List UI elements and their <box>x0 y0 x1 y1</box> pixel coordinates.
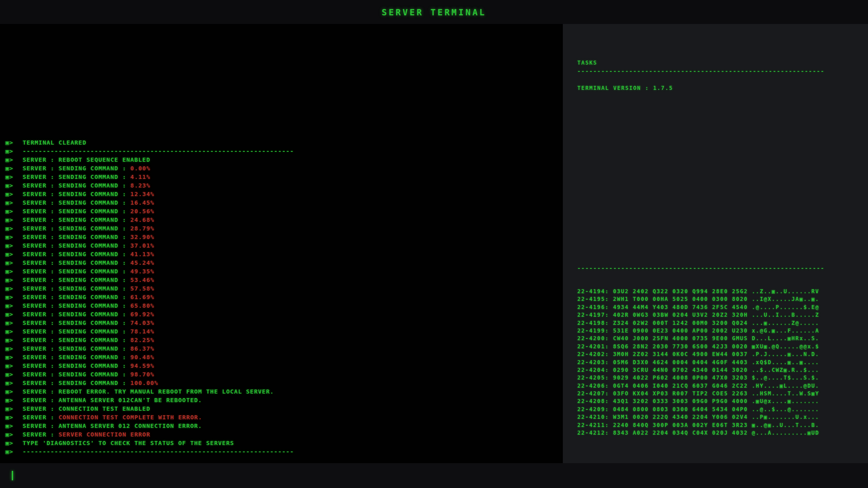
prompt-symbol: ▣> <box>5 301 23 310</box>
server-terminal-app: SERVER TERMINAL ▣>TERMINAL CLEARED▣>----… <box>0 0 868 488</box>
terminal-text-segment: SERVER : SENDING COMMAND : <box>23 174 130 180</box>
terminal-line: ▣>SERVER : SENDING COMMAND : 16.45% <box>5 198 294 207</box>
terminal-line: ▣>SERVER : SENDING COMMAND : 53.46% <box>5 276 294 284</box>
terminal-line: ▣>SERVER : SENDING COMMAND : 57.58% <box>5 284 294 293</box>
terminal-text-segment: SERVER : <box>23 414 58 421</box>
terminal-text-segment: 0.00% <box>130 165 150 172</box>
prompt-symbol: ▣> <box>5 353 23 361</box>
prompt-symbol: ▣> <box>5 387 23 396</box>
hex-dump-row: 22-4206: 0GT4 0406 I040 21CQ 6037 G046 2… <box>577 382 868 390</box>
terminal-text-segment: 8.23% <box>130 182 150 189</box>
terminal-line: ▣>SERVER : SENDING COMMAND : 65.80% <box>5 301 294 310</box>
prompt-symbol: ▣> <box>5 190 23 198</box>
terminal-text-segment: SERVER : SENDING COMMAND : <box>23 380 130 386</box>
terminal-version-label: TERMINAL VERSION : 1.7.5 <box>577 84 868 92</box>
page-title: SERVER TERMINAL <box>382 7 486 17</box>
prompt-symbol: ▣> <box>5 370 23 379</box>
hex-dump-row: 22-4210: W3M1 0020 222Q 4340 2204 Y006 0… <box>577 413 868 421</box>
terminal-line: ▣>SERVER : SENDING COMMAND : 4.11% <box>5 173 294 181</box>
terminal-text-segment: 12.34% <box>130 191 154 197</box>
terminal-line: ▣>SERVER : SENDING COMMAND : 8.23% <box>5 181 294 190</box>
prompt-symbol: ▣> <box>5 207 23 216</box>
terminal-text-segment: 4.11% <box>130 174 150 180</box>
terminal-text-segment: 32.90% <box>130 234 154 240</box>
terminal-output-panel[interactable]: ▣>TERMINAL CLEARED▣>--------------------… <box>0 24 563 463</box>
prompt-symbol: ▣> <box>5 224 23 233</box>
prompt-symbol: ▣> <box>5 173 23 181</box>
hex-dump: 22-4194: 03U2 2402 Q322 0320 Q994 28E0 2… <box>577 288 868 437</box>
hex-dump-row: 22-4201: 8SQ6 28N2 2030 7730 6S00 42J3 0… <box>577 343 868 351</box>
terminal-text-segment: SERVER : SENDING COMMAND : <box>23 251 130 258</box>
hex-dump-row: 22-4207: 03FO KX04 XP03 R007 TIP2 COE5 2… <box>577 390 868 398</box>
terminal-line: ▣>SERVER : REBOOT ERROR. TRY MANUAL REBO… <box>5 387 294 396</box>
terminal-line: ▣>--------------------------------------… <box>5 147 294 155</box>
terminal-text-segment: SERVER : SENDING COMMAND : <box>23 319 130 326</box>
terminal-text-segment: SERVER : SENDING COMMAND : <box>23 354 130 361</box>
prompt-symbol: ▣> <box>5 241 23 250</box>
hex-dump-row: 22-4200: CW40 J000 25FN 4000 0735 9E00 G… <box>577 335 868 343</box>
prompt-symbol: ▣> <box>5 293 23 301</box>
hex-dump-row: 22-4208: 43Q1 3202 0333 3003 09G0 P9G0 4… <box>577 398 868 405</box>
terminal-text-segment: 41.13% <box>130 251 154 258</box>
title-bar: SERVER TERMINAL <box>0 0 868 24</box>
terminal-text-segment: 94.59% <box>130 362 154 369</box>
prompt-symbol: ▣> <box>5 447 23 456</box>
terminal-text-segment: SERVER : SENDING COMMAND : <box>23 362 130 369</box>
terminal-line: ▣>SERVER : SENDING COMMAND : 37.01% <box>5 241 294 250</box>
prompt-symbol: ▣> <box>5 439 23 447</box>
command-input-area[interactable] <box>0 463 868 488</box>
prompt-symbol: ▣> <box>5 147 23 155</box>
prompt-symbol: ▣> <box>5 430 23 439</box>
terminal-text-segment: 28.79% <box>130 225 154 232</box>
terminal-text-segment: SERVER : SENDING COMMAND : <box>23 371 130 378</box>
prompt-symbol: ▣> <box>5 216 23 224</box>
terminal-line: ▣>SERVER : SENDING COMMAND : 24.68% <box>5 216 294 224</box>
hexdump-separator: ----------------------------------------… <box>577 265 868 272</box>
terminal-line: ▣>SERVER : SENDING COMMAND : 20.56% <box>5 207 294 216</box>
terminal-line: ▣>SERVER : SENDING COMMAND : 82.25% <box>5 336 294 344</box>
terminal-text-segment: SERVER : SENDING COMMAND : <box>23 294 130 300</box>
terminal-line: ▣>SERVER : SENDING COMMAND : 12.34% <box>5 190 294 198</box>
terminal-text-segment: SERVER : SENDING COMMAND : <box>23 277 130 283</box>
main-area: ▣>TERMINAL CLEARED▣>--------------------… <box>0 24 868 463</box>
prompt-symbol: ▣> <box>5 379 23 387</box>
terminal-text-segment: 49.35% <box>130 268 154 275</box>
terminal-text-segment: 98.70% <box>130 371 154 378</box>
hex-dump-row: 22-4196: 4934 44M4 Y403 480D 7436 2F5C 4… <box>577 304 868 311</box>
prompt-symbol: ▣> <box>5 164 23 173</box>
hex-dump-row: 22-4211: 2240 840Q 300P 003A 002Y E06T 3… <box>577 422 868 429</box>
hex-dump-row: 22-4197: 402R 0WG3 03BW 0204 U3V2 20Z2 3… <box>577 311 868 319</box>
hex-dump-row: 22-4194: 03U2 2402 Q322 0320 Q994 28E0 2… <box>577 288 868 296</box>
terminal-text-segment: 78.14% <box>130 328 154 335</box>
prompt-symbol: ▣> <box>5 344 23 353</box>
terminal-log: ▣>TERMINAL CLEARED▣>--------------------… <box>5 138 294 456</box>
prompt-symbol: ▣> <box>5 327 23 336</box>
terminal-text-segment: SERVER : REBOOT SEQUENCE ENABLED <box>23 156 150 163</box>
hex-dump-row: 22-4198: Z324 02W2 000T 1242 00M0 3200 Q… <box>577 319 868 327</box>
terminal-text-segment: SERVER : SENDING COMMAND : <box>23 242 130 249</box>
terminal-text-segment: 57.58% <box>130 285 154 292</box>
terminal-line: ▣>SERVER : SENDING COMMAND : 69.92% <box>5 310 294 319</box>
terminal-line: ▣>SERVER : ANTENNA SERVER 012CAN'T BE RE… <box>5 396 294 404</box>
terminal-line: ▣>SERVER : SENDING COMMAND : 98.70% <box>5 370 294 379</box>
terminal-text-segment: SERVER : ANTENNA SERVER 012CAN'T BE REBO… <box>23 397 202 404</box>
terminal-text-segment: 65.80% <box>130 302 154 309</box>
terminal-text-segment: SERVER : SENDING COMMAND : <box>23 328 130 335</box>
prompt-symbol: ▣> <box>5 250 23 258</box>
terminal-text-segment: 20.56% <box>130 208 154 215</box>
prompt-symbol: ▣> <box>5 319 23 327</box>
terminal-text-segment: 100.00% <box>130 380 158 386</box>
terminal-text-segment: 82.25% <box>130 337 154 343</box>
terminal-line: ▣>--------------------------------------… <box>5 447 294 456</box>
hex-dump-row: 22-4209: 0484 0800 0803 0300 6404 5434 0… <box>577 406 868 413</box>
prompt-symbol: ▣> <box>5 155 23 164</box>
terminal-line: ▣>SERVER : SENDING COMMAND : 45.24% <box>5 258 294 267</box>
prompt-symbol: ▣> <box>5 310 23 319</box>
terminal-text-segment: 24.68% <box>130 216 154 223</box>
terminal-text-segment: 69.92% <box>130 311 154 318</box>
terminal-text-segment: SERVER CONNECTION ERROR <box>58 431 150 438</box>
terminal-text-segment: 45.24% <box>130 259 154 266</box>
terminal-line: ▣>TYPE 'DIAGNOSTICS' TO CHECK THE STATUS… <box>5 439 294 447</box>
terminal-text-segment: 61.69% <box>130 294 154 300</box>
prompt-symbol: ▣> <box>5 284 23 293</box>
